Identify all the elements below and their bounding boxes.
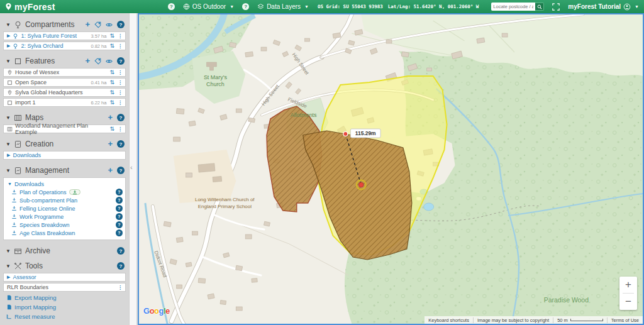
expand-triangle-icon[interactable]: ▶ (7, 275, 10, 280)
download-label[interactable]: Age Class Breakdown (19, 230, 75, 236)
kebab-menu-icon[interactable]: ⋮ (118, 90, 123, 96)
download-label[interactable]: Plan of Operations (19, 189, 67, 196)
section-archive[interactable]: ▼ Archive ? (0, 246, 129, 255)
data-layers-button[interactable]: Data Layers ▼ (257, 3, 309, 10)
layers-help-icon[interactable]: ? (242, 3, 249, 10)
export-mapping-link[interactable]: Export Mapping (0, 293, 129, 302)
zoom-in-button[interactable]: + (619, 277, 637, 293)
feature-row[interactable]: Sylva Global Headquarters ⇅ ⋮ (3, 88, 126, 97)
feature-name[interactable]: import 1 (15, 99, 36, 106)
section-management[interactable]: ▼ Management + ? (0, 166, 129, 175)
google-logo[interactable]: Google (143, 306, 170, 316)
download-item[interactable]: Age Class Breakdown ? (8, 229, 123, 237)
help-icon[interactable]: ? (116, 221, 123, 228)
section-tools[interactable]: ▼ Tools ? (0, 262, 129, 270)
reorder-icon[interactable]: ⇅ (109, 100, 114, 106)
eye-icon[interactable] (106, 21, 113, 28)
sidebar-scrollbar[interactable]: ‹ (129, 13, 136, 325)
help-icon[interactable]: ? (116, 197, 123, 204)
help-icon[interactable]: ? (116, 229, 123, 236)
kebab-menu-icon[interactable]: ⋮ (118, 285, 123, 290)
reorder-icon[interactable]: ⇅ (109, 43, 114, 49)
expand-triangle-icon[interactable]: ▶ (7, 153, 10, 158)
kebab-menu-icon[interactable]: ⋮ (118, 43, 123, 49)
feature-row[interactable]: House of Wessex ⇅ ⋮ (3, 68, 126, 77)
basemap-help-icon[interactable]: ? (168, 3, 175, 10)
download-label[interactable]: Felling License Online (19, 206, 75, 212)
add-management-button[interactable]: + (108, 167, 113, 174)
search-button[interactable] (535, 3, 544, 11)
downloads-label[interactable]: Downloads (13, 152, 41, 158)
measure-end-marker[interactable] (358, 182, 364, 187)
app-logo[interactable]: myForest (5, 2, 55, 12)
reset-measure-link[interactable]: Reset measure (0, 312, 129, 321)
assessor-row[interactable]: ▶ Assessor (3, 273, 126, 282)
help-icon[interactable]: ? (117, 262, 125, 270)
section-creation[interactable]: ▼ Creation + ? (0, 140, 129, 148)
add-creation-button[interactable]: + (108, 141, 113, 147)
rlr-label[interactable]: RLR Boundaries (7, 284, 48, 290)
help-icon[interactable]: ? (116, 189, 123, 196)
plan-download-badge[interactable] (69, 189, 80, 195)
feature-row[interactable]: Open Space 0.41 ha ⇅ ⋮ (3, 78, 126, 87)
add-feature-button[interactable]: + (85, 58, 90, 64)
measure-start-marker[interactable] (343, 132, 348, 136)
section-maps[interactable]: ▼ Maps + ? (0, 113, 129, 122)
account-menu[interactable]: myForest Tutorial ▼ (568, 3, 639, 11)
help-icon[interactable]: ? (117, 167, 125, 174)
reorder-icon[interactable]: ⇅ (109, 70, 114, 75)
compartment-name[interactable]: 2: Sylva Orchard (21, 43, 63, 49)
help-icon[interactable]: ? (117, 21, 125, 28)
compartment-name[interactable]: 1: Sylva Future Forest (21, 33, 77, 39)
fullscreen-button[interactable] (552, 3, 560, 11)
compartment-row[interactable]: ▶ 1: Sylva Future Forest 3.57 ha ⇅ ⋮ (3, 31, 126, 40)
terms-of-use-link[interactable]: Terms of Use (607, 317, 643, 323)
download-item[interactable]: Plan of Operations ? (8, 188, 123, 196)
reorder-icon[interactable]: ⇅ (109, 126, 114, 132)
add-map-button[interactable]: + (108, 114, 113, 121)
tag-icon[interactable] (94, 58, 101, 65)
reorder-icon[interactable]: ⇅ (109, 33, 114, 39)
help-icon[interactable]: ? (116, 205, 123, 212)
help-icon[interactable]: ? (117, 140, 125, 148)
keyboard-shortcuts-link[interactable]: Keyboard shortcuts (425, 317, 473, 323)
download-label[interactable]: Species Breakdown (19, 222, 70, 228)
kebab-menu-icon[interactable]: ⋮ (118, 80, 123, 85)
expand-triangle-icon[interactable]: ▶ (7, 43, 10, 48)
expand-triangle-icon[interactable]: ▶ (7, 33, 10, 38)
reorder-icon[interactable]: ⇅ (109, 80, 114, 85)
basemap-selector[interactable]: OS Outdoor ▼ (183, 3, 234, 10)
help-icon[interactable]: ? (117, 57, 125, 65)
download-item[interactable]: Sub-compartment Plan ? (8, 196, 123, 204)
help-icon[interactable]: ? (116, 213, 123, 220)
zoom-out-button[interactable]: − (619, 294, 637, 310)
scale-control[interactable]: 50 m (553, 317, 607, 323)
download-label[interactable]: Sub-compartment Plan (19, 197, 77, 204)
kebab-menu-icon[interactable]: ⋮ (118, 33, 123, 39)
download-item[interactable]: Species Breakdown ? (8, 221, 123, 229)
compartment-row[interactable]: ▶ 2: Sylva Orchard 0.82 ha ⇅ ⋮ (3, 41, 126, 50)
eye-icon[interactable] (106, 58, 113, 65)
downloads-toggle[interactable]: ▼ Downloads (8, 179, 123, 188)
kebab-menu-icon[interactable]: ⋮ (118, 126, 123, 132)
assessor-label[interactable]: Assessor (13, 274, 36, 280)
creation-downloads-row[interactable]: ▶ Downloads (3, 151, 126, 160)
download-label[interactable]: Work Programme (19, 214, 64, 220)
feature-name[interactable]: Sylva Global Headquarters (15, 89, 83, 96)
map-row[interactable]: Woodland Management Plan Example ⇅ ⋮ (3, 124, 126, 133)
feature-row[interactable]: import 1 6.22 ha ⇅ ⋮ (3, 98, 126, 107)
download-item[interactable]: Work Programme ? (8, 212, 123, 221)
map-name[interactable]: Woodland Management Plan Example (15, 123, 107, 135)
feature-name[interactable]: Open Space (15, 79, 47, 85)
kebab-menu-icon[interactable]: ⋮ (118, 100, 123, 106)
map-canvas[interactable]: 115.29m St Mary's Church Long Wittenham … (138, 13, 644, 325)
search-input[interactable] (491, 3, 535, 11)
feature-name[interactable]: House of Wessex (15, 69, 59, 75)
reorder-icon[interactable]: ⇅ (109, 90, 114, 96)
rlr-boundaries-row[interactable]: RLR Boundaries ⋮ (3, 283, 126, 292)
help-icon[interactable]: ? (117, 247, 125, 255)
sidebar-collapse-handle[interactable]: ‹ (130, 163, 133, 171)
import-mapping-link[interactable]: Import Mapping (0, 302, 129, 312)
download-item[interactable]: Felling License Online ? (8, 204, 123, 212)
tag-icon[interactable] (94, 21, 101, 28)
